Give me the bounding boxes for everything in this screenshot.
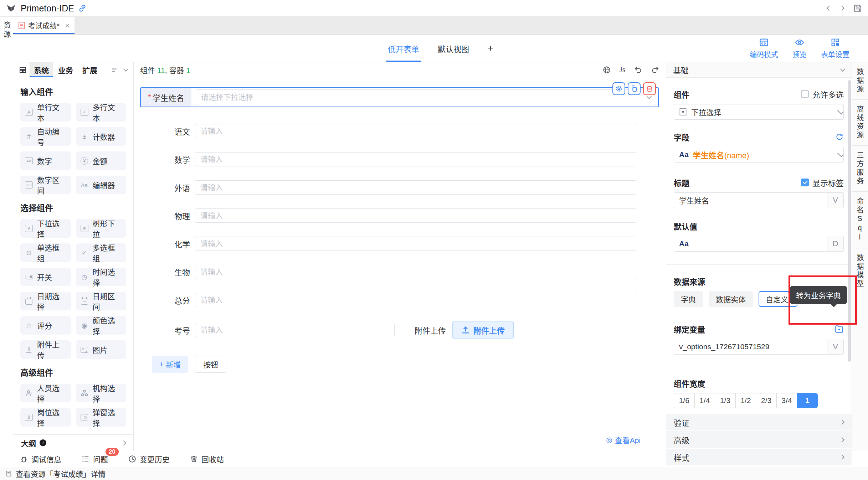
attachment-upload-button[interactable]: 附件上传 (452, 321, 514, 339)
palette-tab-system[interactable]: 系统 (30, 62, 53, 77)
exam-no-input-field[interactable] (200, 326, 389, 334)
preview-button[interactable]: 预览 (792, 37, 807, 60)
palette-item-popup-picker[interactable]: 弹窗选择 (76, 408, 127, 427)
save-icon[interactable] (853, 4, 862, 13)
palette-item-org-picker[interactable]: 机构选择 (76, 384, 127, 402)
folder-plus-icon[interactable] (834, 324, 844, 334)
inspector-scrollbar[interactable] (848, 80, 851, 362)
inspector-header[interactable]: 基础 (666, 62, 852, 78)
palette-tab-business[interactable]: 业务 (54, 62, 77, 77)
section-validation[interactable]: 验证 (666, 414, 852, 431)
foreign-language-input[interactable] (195, 180, 636, 195)
exam-no-input[interactable] (195, 323, 395, 337)
width-option-1-3[interactable]: 1/3 (715, 393, 736, 408)
chevron-right-icon[interactable] (121, 440, 126, 445)
chevron-down-icon[interactable] (840, 67, 845, 72)
palette-item-rating[interactable]: ☆评分 (20, 316, 71, 335)
globe-icon[interactable] (602, 66, 611, 74)
rail-item-named-sql[interactable]: 命名Sql (852, 192, 868, 248)
tab-default-view[interactable]: 默认视图 (438, 35, 469, 62)
recycle-bin-button[interactable]: 回收站 (190, 454, 224, 464)
field-select[interactable]: Aa 学生姓名(name) (674, 147, 844, 162)
title-input[interactable] (679, 196, 822, 205)
width-option-1-6[interactable]: 1/6 (674, 393, 695, 408)
rail-item-datasource[interactable]: 数据源 (852, 62, 868, 100)
list-view-icon[interactable] (111, 67, 118, 73)
palette-item-counter[interactable]: ±计数器 (76, 127, 127, 146)
problems-button[interactable]: 问题 20 (81, 454, 108, 464)
title-input-shell[interactable]: V (674, 192, 844, 208)
datasource-dict-button[interactable]: 字典 (674, 291, 703, 307)
refresh-icon[interactable] (835, 133, 844, 141)
undo-icon[interactable] (634, 66, 642, 74)
view-api-link[interactable]: ◎ 查看Api (606, 434, 641, 445)
redo-icon[interactable] (651, 66, 659, 74)
rail-item-third-party-services[interactable]: 三方服务 (852, 146, 868, 192)
palette-item-switch[interactable]: 开关 (20, 268, 71, 286)
link-icon[interactable] (78, 4, 87, 13)
palette-item-auto-number[interactable]: #自动编号 (20, 127, 71, 146)
palette-item-dropdown[interactable]: ∨下拉选择 (20, 219, 71, 238)
title-variable-toggle[interactable]: V (827, 193, 843, 208)
form-settings-button[interactable]: 表单设置 (821, 37, 849, 60)
code-mode-button[interactable]: 编码模式 (750, 37, 778, 60)
nav-back-icon[interactable] (827, 6, 832, 11)
chevron-down-icon[interactable] (123, 66, 128, 71)
debug-info-button[interactable]: 调试信息 (20, 454, 61, 464)
change-history-button[interactable]: 变更历史 (128, 454, 170, 464)
foreign-language-input-field[interactable] (200, 183, 631, 192)
nav-forward-icon[interactable] (839, 6, 844, 11)
palette-item-editor[interactable]: A≡编辑器 (76, 176, 127, 194)
component-settings-button[interactable] (612, 82, 625, 95)
math-input-field[interactable] (200, 155, 631, 164)
component-copy-button[interactable] (628, 82, 641, 95)
palette-item-number-range[interactable]: 1~3数字区间 (20, 176, 71, 194)
width-option-2-3[interactable]: 2/3 (756, 393, 777, 408)
component-type-select[interactable]: ∨ 下拉选择 (674, 104, 844, 120)
rail-item-offline-resources[interactable]: 离线资源 (852, 100, 868, 146)
component-delete-button[interactable] (643, 82, 656, 95)
width-option-1-4[interactable]: 1/4 (694, 393, 715, 408)
biology-input[interactable] (195, 265, 636, 279)
palette-item-radio-group[interactable]: ⊙单选框组 (20, 243, 71, 262)
palette-item-date-picker[interactable]: 日期选择 (20, 292, 71, 310)
default-dynamic-toggle[interactable]: D (827, 236, 843, 251)
physics-input-field[interactable] (200, 211, 631, 220)
palette-item-amount[interactable]: ¥金额 (76, 151, 127, 170)
chinese-input-field[interactable] (200, 127, 631, 135)
palette-item-image[interactable]: 图片 (76, 340, 127, 359)
palette-item-person-picker[interactable]: 人员选择 (20, 384, 71, 402)
doc-tab-exam-scores[interactable]: 考试成绩* × (13, 17, 75, 34)
chemistry-input-field[interactable] (200, 239, 631, 248)
resources-rail-item[interactable]: 资源 (1, 21, 12, 451)
binding-variable-shell[interactable]: V (674, 339, 844, 355)
physics-input[interactable] (195, 208, 636, 223)
section-advanced[interactable]: 高级 (666, 431, 852, 449)
chemistry-input[interactable] (195, 237, 636, 251)
palette-item-color-picker[interactable]: ◉颜色选择 (76, 316, 127, 335)
palette-item-time-picker[interactable]: ◷时间选择 (76, 268, 127, 286)
total-score-input[interactable] (195, 293, 636, 307)
width-option-3-4[interactable]: 3/4 (776, 393, 797, 408)
palette-item-single-line-text[interactable]: A单行文本 (20, 103, 71, 122)
student-name-select-input[interactable] (201, 93, 651, 102)
palette-item-multi-line-text[interactable]: A多行文本 (76, 103, 127, 122)
allow-multi-checkbox[interactable] (801, 90, 809, 98)
width-option-1[interactable]: 1 (797, 393, 818, 408)
palette-item-date-range[interactable]: 日期区间 (76, 292, 127, 310)
palette-item-position-picker[interactable]: 8岗位选择 (20, 408, 71, 427)
close-icon[interactable]: × (65, 21, 70, 30)
plain-button[interactable]: 按钮 (195, 356, 226, 373)
width-option-1-2[interactable]: 1/2 (735, 393, 756, 408)
palette-item-number[interactable]: 123数字 (20, 151, 71, 170)
chinese-input[interactable] (195, 124, 636, 138)
palette-tab-extend[interactable]: 扩展 (78, 62, 102, 77)
selected-component-student-name[interactable]: * 学生姓名 (140, 87, 659, 107)
show-label-checkbox[interactable] (801, 179, 809, 186)
binding-variable-input[interactable] (679, 342, 822, 351)
palette-item-file-upload[interactable]: ⇧附件上传 (20, 340, 71, 359)
palette-item-checkbox-group[interactable]: ✓多选框组 (76, 243, 127, 262)
palette-scroll[interactable]: 输入组件 A单行文本 A多行文本 #自动编号 ±计数器 123数字 ¥金额 1~… (13, 77, 133, 434)
rail-item-data-model[interactable]: 数据模型 (852, 248, 868, 294)
tab-lowcode-form[interactable]: 低开表单 (388, 35, 419, 62)
